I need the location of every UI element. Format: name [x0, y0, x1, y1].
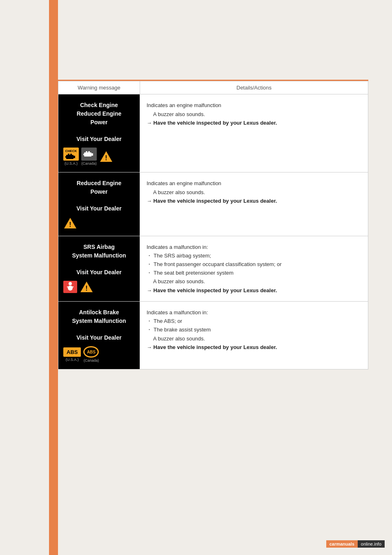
warning-table: Warning message Details/Actions Check En…	[58, 81, 368, 369]
svg-rect-3	[70, 154, 72, 155]
warning-cell-check-engine: Check Engine Reduced Engine Power Visit …	[58, 94, 140, 172]
abs-icon-usa: ABS	[63, 347, 81, 357]
svg-text:!: !	[69, 221, 71, 228]
svg-rect-9	[83, 154, 85, 155]
col-header-details: Details/Actions	[140, 81, 368, 94]
table-row: Antilock Brake System Malfunction Visit …	[58, 302, 368, 369]
warning-triangle-1: !	[99, 150, 113, 163]
srs-person-icon	[63, 281, 77, 293]
col-header-warning: Warning message	[58, 81, 140, 94]
details-line3-4: → Have the vehicle inspected by your Lex…	[147, 344, 277, 350]
abs-icon-canada: ABS	[83, 346, 99, 358]
engine-svg-usa	[65, 153, 77, 160]
warning-visit-dealer-4: Visit Your Dealer	[63, 333, 135, 342]
bullet-abs-2: ・The brake assist system	[147, 326, 361, 334]
usa-check-icon-group: CHECK (U.S.A.)	[63, 148, 79, 166]
warning-title-srs: SRS Airbag System Malfunction	[63, 243, 135, 260]
svg-rect-7	[86, 151, 87, 153]
table-row: SRS Airbag System Malfunction Visit Your…	[58, 236, 368, 302]
watermark-left: carmanuals	[326, 540, 358, 548]
details-line2-4: A buzzer also sounds.	[153, 336, 205, 342]
canada-engine-icon-group: (Canada)	[81, 148, 97, 166]
details-line1-3: Indicates a malfunction in:	[147, 244, 208, 250]
details-line3-2: → Have the vehicle inspected by your Lex…	[147, 198, 277, 204]
svg-rect-5	[84, 152, 91, 157]
svg-point-14	[69, 282, 72, 285]
warning-triangle-svg-3: !	[80, 281, 94, 293]
icons-row-2: !	[63, 217, 135, 229]
svg-rect-8	[88, 151, 90, 153]
check-engine-icon-canada	[81, 148, 97, 161]
warning-triangle-svg-1: !	[99, 150, 113, 163]
bullet-srs-3: ・The seat belt pretensioner system	[147, 269, 361, 278]
warning-cell-srs: SRS Airbag System Malfunction Visit Your…	[58, 236, 140, 302]
details-cell-srs: Indicates a malfunction in: ・The SRS air…	[140, 236, 368, 302]
svg-rect-1	[74, 156, 75, 158]
details-line1-4: Indicates a malfunction in:	[147, 309, 208, 316]
details-line2-2: A buzzer also sounds.	[153, 189, 205, 195]
bullet-srs-1: ・The SRS airbag system;	[147, 252, 361, 260]
details-cell-check-engine: Indicates an engine malfunction A buzzer…	[140, 94, 368, 172]
check-engine-icon-usa: CHECK	[63, 148, 79, 161]
warning-visit-dealer-1: Visit Your Dealer	[63, 135, 135, 143]
canada-label-1: (Canada)	[81, 161, 97, 166]
svg-text:!: !	[105, 154, 107, 161]
details-line1-1: Indicates an engine malfunction	[147, 102, 221, 108]
warning-visit-dealer-3: Visit Your Dealer	[63, 268, 135, 277]
bullet-srs-2: ・The front passenger occupant classifica…	[147, 260, 361, 269]
svg-rect-4	[65, 156, 67, 158]
icons-row-4: ABS (U.S.A.) ABS (Canada)	[63, 346, 135, 363]
details-line2-3: A buzzer also sounds.	[153, 278, 205, 284]
svg-text:!: !	[85, 285, 87, 292]
svg-rect-6	[91, 153, 93, 156]
icons-row-1: CHECK (U.S.A.)	[63, 148, 135, 166]
table-row: Check Engine Reduced Engine Power Visit …	[58, 94, 368, 172]
engine-svg-canada	[83, 150, 95, 158]
svg-rect-0	[66, 155, 74, 159]
canada-label-4: (Canada)	[84, 358, 99, 363]
svg-rect-2	[68, 154, 69, 155]
details-line3-1: → Have the vehicle inspected by your Lex…	[147, 120, 277, 126]
content-area: Warning message Details/Actions Check En…	[58, 81, 368, 369]
details-line2-1: A buzzer also sounds.	[153, 111, 205, 117]
usa-label-4: (U.S.A.)	[66, 358, 79, 362]
watermark-right: online.info	[358, 540, 385, 548]
details-line1-2: Indicates an engine malfunction	[147, 180, 221, 186]
bullet-abs-1: ・The ABS; or	[147, 317, 361, 326]
abs-usa-icon-group: ABS (U.S.A.)	[63, 347, 81, 362]
details-line3-3: → Have the vehicle inspected by your Lex…	[147, 287, 277, 293]
left-strip	[49, 0, 58, 555]
page-background: Warning message Details/Actions Check En…	[0, 0, 392, 555]
warning-triangle-svg-2: !	[63, 217, 77, 229]
warning-title-reduced-engine: Reduced Engine Power	[63, 179, 135, 196]
watermark: carmanuals online.info	[326, 540, 385, 548]
details-cell-reduced-engine: Indicates an engine malfunction A buzzer…	[140, 172, 368, 236]
warning-visit-dealer-2: Visit Your Dealer	[63, 204, 135, 213]
warning-cell-reduced-engine: Reduced Engine Power Visit Your Dealer !	[58, 172, 140, 236]
person-airbag-svg	[65, 282, 76, 292]
table-row: Reduced Engine Power Visit Your Dealer !	[58, 172, 368, 236]
abs-canada-icon-group: ABS (Canada)	[83, 346, 99, 363]
warning-title-abs: Antilock Brake System Malfunction	[63, 308, 135, 325]
warning-triangle-2: !	[63, 217, 77, 229]
warning-triangle-3: !	[80, 281, 94, 293]
warning-cell-abs: Antilock Brake System Malfunction Visit …	[58, 302, 140, 369]
details-cell-abs: Indicates a malfunction in: ・The ABS; or…	[140, 302, 368, 369]
warning-title-check-engine: Check Engine Reduced Engine Power	[63, 101, 135, 127]
usa-label-1: (U.S.A.)	[65, 161, 78, 166]
icons-row-3: !	[63, 281, 135, 293]
